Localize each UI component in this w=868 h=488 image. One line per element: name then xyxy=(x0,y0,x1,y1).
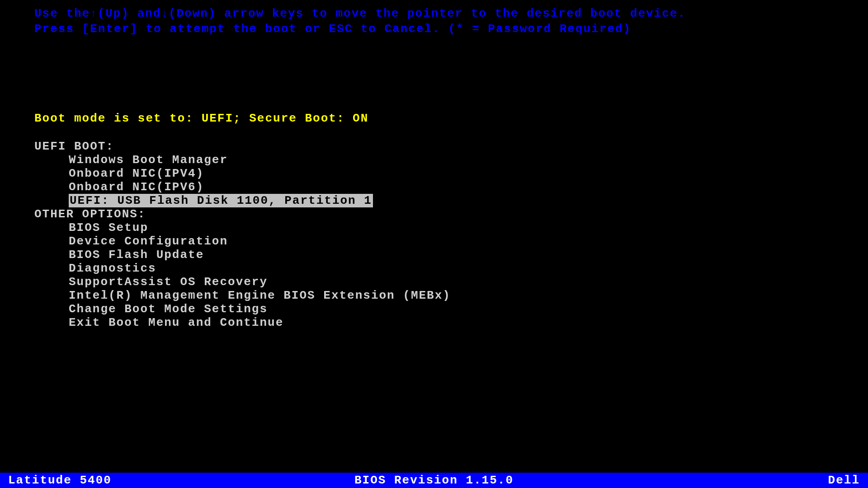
instruction-line1-part2: (Up) and xyxy=(98,6,161,22)
status-model: Latitude 5400 xyxy=(8,474,112,487)
up-arrow-icon: ↑ xyxy=(90,7,97,21)
boot-item-bios-flash-update[interactable]: BIOS Flash Update xyxy=(34,248,834,262)
other-options-header: OTHER OPTIONS: xyxy=(34,207,834,221)
status-bar: Latitude 5400 BIOS Revision 1.15.0 Dell xyxy=(0,473,868,488)
boot-mode-status: Boot mode is set to: UEFI; Secure Boot: … xyxy=(34,112,834,125)
boot-item-diagnostics[interactable]: Diagnostics xyxy=(34,262,834,275)
boot-item-bios-setup[interactable]: BIOS Setup xyxy=(34,221,834,235)
boot-item-exit-boot-menu[interactable]: Exit Boot Menu and Continue xyxy=(34,316,834,329)
boot-item-change-boot-mode[interactable]: Change Boot Mode Settings xyxy=(34,302,834,316)
boot-item-supportassist-os-recovery[interactable]: SupportAssist OS Recovery xyxy=(34,275,834,289)
boot-item-uefi-usb-flash-disk[interactable]: UEFI: USB Flash Disk 1100, Partition 1 xyxy=(34,194,834,207)
boot-item-onboard-nic-ipv4[interactable]: Onboard NIC(IPV4) xyxy=(34,167,834,180)
status-vendor: Dell xyxy=(828,474,860,487)
instruction-line1-part3: (Down) arrow keys to move the pointer to… xyxy=(169,6,686,22)
status-bios-revision: BIOS Revision 1.15.0 xyxy=(354,474,514,487)
boot-item-intel-mebx[interactable]: Intel(R) Management Engine BIOS Extensio… xyxy=(34,289,834,302)
boot-item-onboard-nic-ipv6[interactable]: Onboard NIC(IPV6) xyxy=(34,180,834,194)
instruction-line2: Press [Enter] to attempt the boot or ESC… xyxy=(34,22,834,37)
uefi-boot-section: UEFI BOOT: Windows Boot Manager Onboard … xyxy=(34,140,834,329)
down-arrow-icon: ↓ xyxy=(161,7,168,21)
instruction-line1-part1: Use the xyxy=(34,6,90,22)
instructions-text: Use the ↑ (Up) and ↓ (Down) arrow keys t… xyxy=(34,6,834,37)
boot-item-windows-boot-manager[interactable]: Windows Boot Manager xyxy=(34,153,834,167)
uefi-boot-header: UEFI BOOT: xyxy=(34,140,834,153)
boot-item-device-configuration[interactable]: Device Configuration xyxy=(34,235,834,248)
